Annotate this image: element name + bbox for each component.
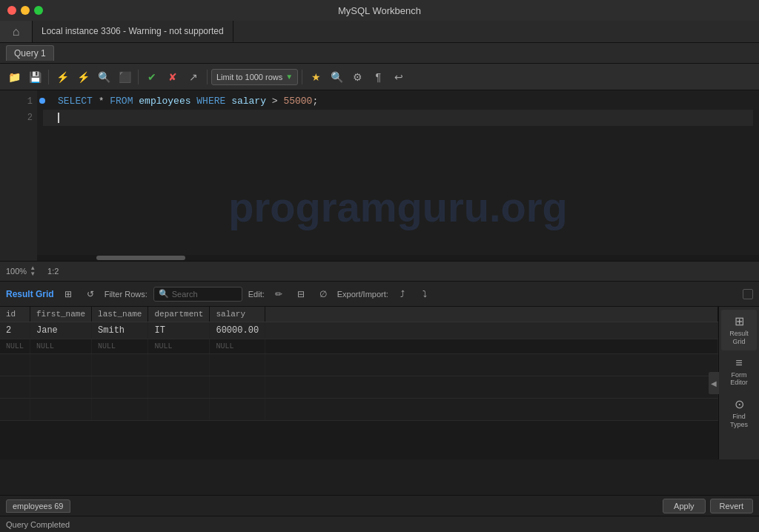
side-btn-find-types[interactable]: ⊙ FindTypes: [721, 393, 757, 433]
grid-icon: ⊞: [735, 314, 744, 328]
home-tab[interactable]: ⌂: [0, 21, 33, 42]
cell-department: IT: [148, 322, 210, 339]
maximize-button[interactable]: [34, 6, 43, 15]
side-btn-result-grid[interactable]: ⊞ ResultGrid: [721, 310, 757, 350]
side-panel: ◀ ⊞ ResultGrid ≡ FormEditor ⊙ FindTypes: [718, 307, 759, 459]
side-btn-find-types-label: FindTypes: [730, 413, 748, 429]
import-btn[interactable]: ⤵: [417, 286, 433, 302]
cell-ln-null: NULL: [92, 339, 148, 354]
results-section: Result Grid ⊞ ↺ Filter Rows: 🔍 Search Ed…: [0, 282, 759, 459]
run-btn[interactable]: ⚡: [53, 67, 72, 87]
wrap-checkbox[interactable]: [743, 289, 753, 299]
export-label: Export/Import:: [337, 290, 388, 299]
table-row[interactable]: [0, 399, 718, 421]
instance-tab-label: Local instance 3306 - Warning - not supp…: [42, 26, 224, 36]
minimize-button[interactable]: [21, 6, 30, 15]
col-header-id: id: [0, 307, 30, 322]
run-selection-btn[interactable]: ⚡: [73, 67, 93, 87]
star-btn[interactable]: ★: [306, 67, 325, 87]
collapse-panel-btn[interactable]: ◀: [709, 372, 719, 394]
instance-tab[interactable]: Local instance 3306 - Warning - not supp…: [33, 21, 233, 42]
zoom-arrows[interactable]: ▲ ▼: [30, 265, 36, 277]
cell-sal-null: NULL: [210, 339, 265, 354]
format-btn[interactable]: ¶: [368, 67, 388, 87]
table-row[interactable]: [0, 354, 718, 376]
editor-gutter: 1 2: [0, 90, 37, 261]
limit-label: Limit to 1000 rows: [216, 73, 282, 82]
query-editor[interactable]: 1 2 SELECT * FROM employees WHERE salary…: [0, 90, 759, 261]
main-toolbar: 📁 💾 ⚡ ⚡ 🔍 ⬛ ✔ ✘ ↗ Limit to 1000 rows ▼ ★…: [0, 64, 759, 90]
stop-btn[interactable]: ⬛: [115, 67, 134, 87]
action-buttons: Apply Revert: [663, 499, 753, 513]
home-icon: ⌂: [13, 25, 20, 39]
limit-arrow-icon: ▼: [285, 73, 293, 81]
refresh-btn[interactable]: ↺: [82, 286, 99, 302]
result-table-container: id first_name last_name department salar…: [0, 307, 718, 459]
status-text: Query Completed: [6, 520, 70, 529]
form-editor-icon: ≡: [735, 356, 742, 370]
cursor-position: 1:2: [47, 267, 59, 276]
code-text-1: SELECT * FROM employees WHERE salary > 5…: [58, 93, 318, 110]
zoom-down-icon[interactable]: ▼: [30, 271, 36, 277]
col-header-department: department: [148, 307, 210, 322]
wrap-btn[interactable]: ↩: [389, 67, 408, 87]
filter-rows-label: Filter Rows:: [105, 290, 148, 299]
titlebar-buttons: [7, 6, 43, 15]
status-bar: Query Completed: [0, 516, 759, 532]
edit-table-btn[interactable]: ⊟: [293, 286, 309, 302]
toolbar-sep-3: [207, 70, 208, 84]
zoom-value: 100%: [6, 267, 27, 276]
cell-firstname: Jane: [30, 322, 92, 339]
editor-status-bar: 100% ▲ ▼ 1:2: [0, 261, 759, 282]
open-folder-btn[interactable]: 📁: [4, 67, 24, 87]
table-row[interactable]: 2 Jane Smith IT 60000.00: [0, 322, 718, 339]
grid-view-btn[interactable]: ⊞: [60, 286, 76, 302]
explain-btn[interactable]: 🔍: [94, 67, 113, 87]
editor-scrollbar[interactable]: [37, 255, 759, 261]
toolbar-sep-4: [302, 70, 302, 84]
col-header-extra: [265, 307, 718, 322]
line-number-1: 1: [0, 93, 37, 110]
toolbar-sep-1: [48, 70, 49, 84]
search-box[interactable]: 🔍 Search: [153, 287, 242, 302]
side-btn-result-grid-label: ResultGrid: [729, 330, 749, 346]
cell-salary: 60000.00: [210, 322, 265, 339]
employees-tab[interactable]: employees 69: [6, 499, 70, 513]
find-types-icon: ⊙: [735, 397, 744, 411]
side-btn-form-editor-label: FormEditor: [730, 371, 748, 388]
query-tab-label: Query 1: [14, 48, 46, 59]
bottom-action-bar: employees 69 Apply Revert: [0, 495, 759, 516]
cell-id: 2: [0, 322, 30, 339]
query-tab-bar: Query 1: [0, 43, 759, 64]
table-header-row: id first_name last_name department salar…: [0, 307, 718, 322]
toggle-btn[interactable]: ↗: [184, 67, 203, 87]
export-btn[interactable]: ⤴: [394, 286, 411, 302]
commit-btn[interactable]: ✔: [142, 67, 162, 87]
tab-bar: ⌂ Local instance 3306 - Warning - not su…: [0, 21, 759, 43]
edit-label: Edit:: [248, 290, 265, 299]
save-btn[interactable]: 💾: [25, 67, 44, 87]
query-tab[interactable]: Query 1: [6, 45, 54, 61]
result-grid-label: Result Grid: [6, 289, 54, 299]
editor-content[interactable]: SELECT * FROM employees WHERE salary > 5…: [37, 90, 759, 261]
revert-button[interactable]: Revert: [710, 499, 753, 513]
rollback-btn[interactable]: ✘: [163, 67, 182, 87]
zoom-control[interactable]: 100% ▲ ▼: [6, 265, 36, 277]
settings-btn[interactable]: ⚙: [348, 67, 367, 87]
search-icon: 🔍: [159, 289, 169, 299]
edit-null-btn[interactable]: ∅: [315, 286, 331, 302]
search-placeholder: Search: [172, 290, 198, 299]
limit-dropdown[interactable]: Limit to 1000 rows ▼: [211, 69, 298, 85]
apply-button[interactable]: Apply: [663, 499, 706, 513]
cell-lastname: Smith: [92, 322, 148, 339]
table-row[interactable]: [0, 376, 718, 399]
employees-tab-label: employees 69: [13, 502, 64, 511]
side-btn-form-editor[interactable]: ≡ FormEditor: [721, 352, 757, 392]
results-body: id first_name last_name department salar…: [0, 307, 759, 459]
search-btn[interactable]: 🔍: [327, 67, 346, 87]
close-button[interactable]: [7, 6, 16, 15]
cell-extra-null: [265, 339, 718, 354]
table-row[interactable]: NULL NULL NULL NULL NULL: [0, 339, 718, 354]
edit-pencil-btn[interactable]: ✏: [271, 286, 287, 302]
cell-extra: [265, 322, 718, 339]
